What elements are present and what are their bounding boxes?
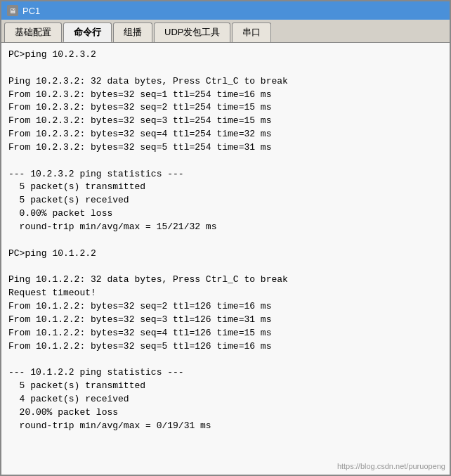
terminal-output[interactable]: PC>ping 10.2.3.2 Ping 10.2.3.2: 32 data … <box>1 43 450 475</box>
tab-UDP发包工具[interactable]: UDP发包工具 <box>154 22 230 42</box>
tab-串口[interactable]: 串口 <box>232 22 271 42</box>
terminal-content: PC>ping 10.2.3.2 Ping 10.2.3.2: 32 data … <box>8 49 443 432</box>
title-bar: 🖥 PC1 <box>1 1 450 20</box>
window-icon: 🖥 <box>7 5 18 16</box>
tabs-bar: 基础配置命令行组播UDP发包工具串口 <box>1 20 450 43</box>
tab-基础配置[interactable]: 基础配置 <box>4 22 62 42</box>
tab-命令行[interactable]: 命令行 <box>63 22 112 42</box>
main-window: 🖥 PC1 基础配置命令行组播UDP发包工具串口 PC>ping 10.2.3.… <box>0 0 451 476</box>
window-title: PC1 <box>22 6 40 16</box>
tab-组播[interactable]: 组播 <box>113 22 152 42</box>
